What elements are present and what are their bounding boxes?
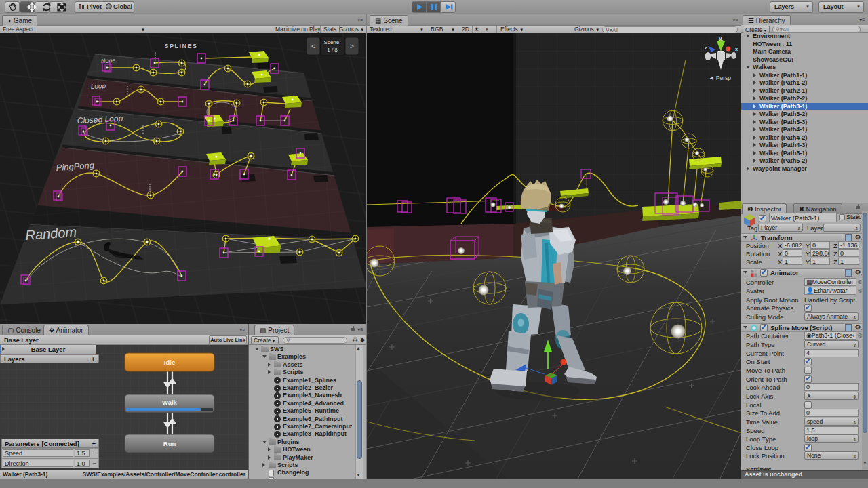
svg-text:None: None bbox=[101, 57, 116, 64]
svg-text:1 / 8: 1 / 8 bbox=[327, 47, 338, 53]
svg-text:<: < bbox=[311, 43, 315, 50]
svg-text:Walk: Walk bbox=[162, 399, 178, 406]
svg-text:◄ Persp: ◄ Persp bbox=[709, 75, 731, 81]
svg-text:SPLINES: SPLINES bbox=[164, 43, 197, 49]
svg-text:x: x bbox=[735, 47, 738, 52]
svg-text:Run: Run bbox=[163, 440, 176, 447]
svg-text:Idle: Idle bbox=[164, 359, 175, 366]
svg-text:>: > bbox=[350, 43, 354, 50]
svg-text:Loop: Loop bbox=[91, 82, 106, 90]
svg-text:z: z bbox=[705, 45, 707, 50]
svg-text:Scene:: Scene: bbox=[324, 39, 341, 45]
